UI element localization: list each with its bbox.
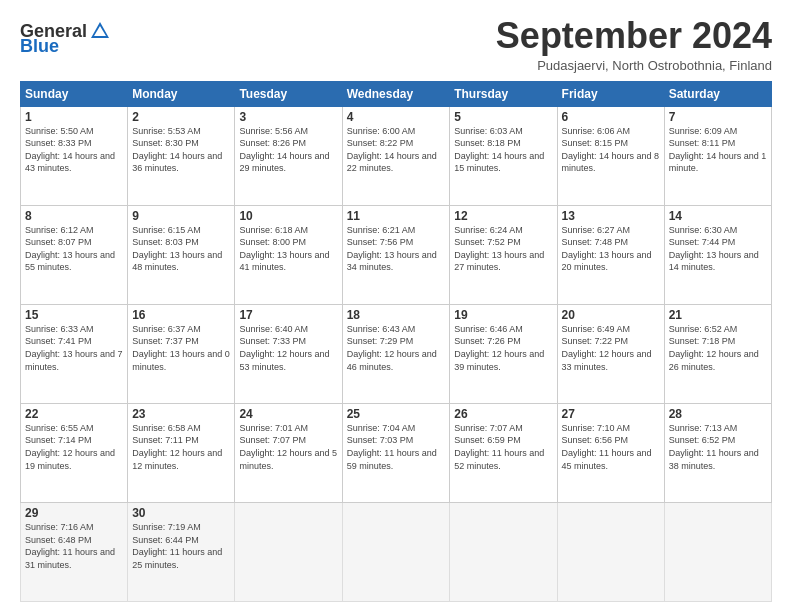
calendar-cell: 9Sunrise: 6:15 AMSunset: 8:03 PMDaylight… xyxy=(128,205,235,304)
day-info: Sunrise: 6:49 AMSunset: 7:22 PMDaylight:… xyxy=(562,323,660,373)
day-number: 29 xyxy=(25,506,123,520)
day-info: Sunrise: 6:33 AMSunset: 7:41 PMDaylight:… xyxy=(25,323,123,373)
day-number: 10 xyxy=(239,209,337,223)
day-info: Sunrise: 7:07 AMSunset: 6:59 PMDaylight:… xyxy=(454,422,552,472)
day-info: Sunrise: 6:40 AMSunset: 7:33 PMDaylight:… xyxy=(239,323,337,373)
day-number: 22 xyxy=(25,407,123,421)
weekday-header-friday: Friday xyxy=(557,81,664,106)
calendar-cell xyxy=(235,502,342,601)
day-info: Sunrise: 6:09 AMSunset: 8:11 PMDaylight:… xyxy=(669,125,767,175)
weekday-header-wednesday: Wednesday xyxy=(342,81,450,106)
calendar-cell: 23Sunrise: 6:58 AMSunset: 7:11 PMDayligh… xyxy=(128,403,235,502)
day-info: Sunrise: 7:13 AMSunset: 6:52 PMDaylight:… xyxy=(669,422,767,472)
day-number: 6 xyxy=(562,110,660,124)
day-info: Sunrise: 6:46 AMSunset: 7:26 PMDaylight:… xyxy=(454,323,552,373)
day-number: 27 xyxy=(562,407,660,421)
calendar-cell: 19Sunrise: 6:46 AMSunset: 7:26 PMDayligh… xyxy=(450,304,557,403)
day-number: 28 xyxy=(669,407,767,421)
calendar-cell: 3Sunrise: 5:56 AMSunset: 8:26 PMDaylight… xyxy=(235,106,342,205)
day-info: Sunrise: 6:03 AMSunset: 8:18 PMDaylight:… xyxy=(454,125,552,175)
day-number: 7 xyxy=(669,110,767,124)
calendar-cell: 20Sunrise: 6:49 AMSunset: 7:22 PMDayligh… xyxy=(557,304,664,403)
day-number: 11 xyxy=(347,209,446,223)
day-info: Sunrise: 6:52 AMSunset: 7:18 PMDaylight:… xyxy=(669,323,767,373)
day-info: Sunrise: 7:01 AMSunset: 7:07 PMDaylight:… xyxy=(239,422,337,472)
logo: General Blue xyxy=(20,20,111,57)
day-info: Sunrise: 6:15 AMSunset: 8:03 PMDaylight:… xyxy=(132,224,230,274)
day-number: 23 xyxy=(132,407,230,421)
calendar-cell: 25Sunrise: 7:04 AMSunset: 7:03 PMDayligh… xyxy=(342,403,450,502)
day-info: Sunrise: 6:18 AMSunset: 8:00 PMDaylight:… xyxy=(239,224,337,274)
calendar-cell: 26Sunrise: 7:07 AMSunset: 6:59 PMDayligh… xyxy=(450,403,557,502)
calendar-cell: 29Sunrise: 7:16 AMSunset: 6:48 PMDayligh… xyxy=(21,502,128,601)
calendar-cell: 2Sunrise: 5:53 AMSunset: 8:30 PMDaylight… xyxy=(128,106,235,205)
calendar-cell: 22Sunrise: 6:55 AMSunset: 7:14 PMDayligh… xyxy=(21,403,128,502)
calendar-cell: 17Sunrise: 6:40 AMSunset: 7:33 PMDayligh… xyxy=(235,304,342,403)
day-info: Sunrise: 6:12 AMSunset: 8:07 PMDaylight:… xyxy=(25,224,123,274)
calendar-table: SundayMondayTuesdayWednesdayThursdayFrid… xyxy=(20,81,772,602)
calendar-cell: 4Sunrise: 6:00 AMSunset: 8:22 PMDaylight… xyxy=(342,106,450,205)
calendar-cell: 1Sunrise: 5:50 AMSunset: 8:33 PMDaylight… xyxy=(21,106,128,205)
day-number: 19 xyxy=(454,308,552,322)
day-info: Sunrise: 6:24 AMSunset: 7:52 PMDaylight:… xyxy=(454,224,552,274)
day-info: Sunrise: 6:58 AMSunset: 7:11 PMDaylight:… xyxy=(132,422,230,472)
day-number: 25 xyxy=(347,407,446,421)
day-info: Sunrise: 6:43 AMSunset: 7:29 PMDaylight:… xyxy=(347,323,446,373)
day-number: 15 xyxy=(25,308,123,322)
calendar-cell: 30Sunrise: 7:19 AMSunset: 6:44 PMDayligh… xyxy=(128,502,235,601)
calendar-cell: 16Sunrise: 6:37 AMSunset: 7:37 PMDayligh… xyxy=(128,304,235,403)
calendar-cell: 8Sunrise: 6:12 AMSunset: 8:07 PMDaylight… xyxy=(21,205,128,304)
day-number: 9 xyxy=(132,209,230,223)
calendar-cell xyxy=(557,502,664,601)
day-number: 17 xyxy=(239,308,337,322)
page: General Blue September 2024 Pudasjaervi,… xyxy=(0,0,792,612)
day-number: 8 xyxy=(25,209,123,223)
day-info: Sunrise: 7:10 AMSunset: 6:56 PMDaylight:… xyxy=(562,422,660,472)
calendar-cell: 12Sunrise: 6:24 AMSunset: 7:52 PMDayligh… xyxy=(450,205,557,304)
day-number: 24 xyxy=(239,407,337,421)
day-number: 2 xyxy=(132,110,230,124)
weekday-header-tuesday: Tuesday xyxy=(235,81,342,106)
day-info: Sunrise: 7:16 AMSunset: 6:48 PMDaylight:… xyxy=(25,521,123,571)
day-info: Sunrise: 7:04 AMSunset: 7:03 PMDaylight:… xyxy=(347,422,446,472)
calendar-cell: 10Sunrise: 6:18 AMSunset: 8:00 PMDayligh… xyxy=(235,205,342,304)
day-info: Sunrise: 5:53 AMSunset: 8:30 PMDaylight:… xyxy=(132,125,230,175)
day-info: Sunrise: 6:55 AMSunset: 7:14 PMDaylight:… xyxy=(25,422,123,472)
day-number: 5 xyxy=(454,110,552,124)
header: General Blue September 2024 Pudasjaervi,… xyxy=(20,16,772,73)
day-number: 26 xyxy=(454,407,552,421)
calendar-cell: 13Sunrise: 6:27 AMSunset: 7:48 PMDayligh… xyxy=(557,205,664,304)
day-info: Sunrise: 6:30 AMSunset: 7:44 PMDaylight:… xyxy=(669,224,767,274)
month-title: September 2024 xyxy=(496,16,772,56)
calendar-cell: 21Sunrise: 6:52 AMSunset: 7:18 PMDayligh… xyxy=(664,304,771,403)
weekday-header-sunday: Sunday xyxy=(21,81,128,106)
calendar-cell: 14Sunrise: 6:30 AMSunset: 7:44 PMDayligh… xyxy=(664,205,771,304)
calendar-cell: 24Sunrise: 7:01 AMSunset: 7:07 PMDayligh… xyxy=(235,403,342,502)
weekday-header-monday: Monday xyxy=(128,81,235,106)
calendar-cell: 15Sunrise: 6:33 AMSunset: 7:41 PMDayligh… xyxy=(21,304,128,403)
day-info: Sunrise: 6:37 AMSunset: 7:37 PMDaylight:… xyxy=(132,323,230,373)
day-info: Sunrise: 5:50 AMSunset: 8:33 PMDaylight:… xyxy=(25,125,123,175)
day-info: Sunrise: 7:19 AMSunset: 6:44 PMDaylight:… xyxy=(132,521,230,571)
weekday-header-thursday: Thursday xyxy=(450,81,557,106)
calendar-cell: 5Sunrise: 6:03 AMSunset: 8:18 PMDaylight… xyxy=(450,106,557,205)
calendar-cell: 6Sunrise: 6:06 AMSunset: 8:15 PMDaylight… xyxy=(557,106,664,205)
day-number: 18 xyxy=(347,308,446,322)
logo-blue-text: Blue xyxy=(20,36,111,57)
calendar-cell: 7Sunrise: 6:09 AMSunset: 8:11 PMDaylight… xyxy=(664,106,771,205)
day-number: 13 xyxy=(562,209,660,223)
weekday-header-saturday: Saturday xyxy=(664,81,771,106)
calendar-cell: 18Sunrise: 6:43 AMSunset: 7:29 PMDayligh… xyxy=(342,304,450,403)
day-info: Sunrise: 6:27 AMSunset: 7:48 PMDaylight:… xyxy=(562,224,660,274)
day-info: Sunrise: 6:00 AMSunset: 8:22 PMDaylight:… xyxy=(347,125,446,175)
calendar-cell: 28Sunrise: 7:13 AMSunset: 6:52 PMDayligh… xyxy=(664,403,771,502)
subtitle: Pudasjaervi, North Ostrobothnia, Finland xyxy=(496,58,772,73)
day-number: 14 xyxy=(669,209,767,223)
day-number: 20 xyxy=(562,308,660,322)
day-number: 30 xyxy=(132,506,230,520)
day-number: 4 xyxy=(347,110,446,124)
day-number: 12 xyxy=(454,209,552,223)
day-number: 16 xyxy=(132,308,230,322)
day-info: Sunrise: 6:06 AMSunset: 8:15 PMDaylight:… xyxy=(562,125,660,175)
day-info: Sunrise: 6:21 AMSunset: 7:56 PMDaylight:… xyxy=(347,224,446,274)
